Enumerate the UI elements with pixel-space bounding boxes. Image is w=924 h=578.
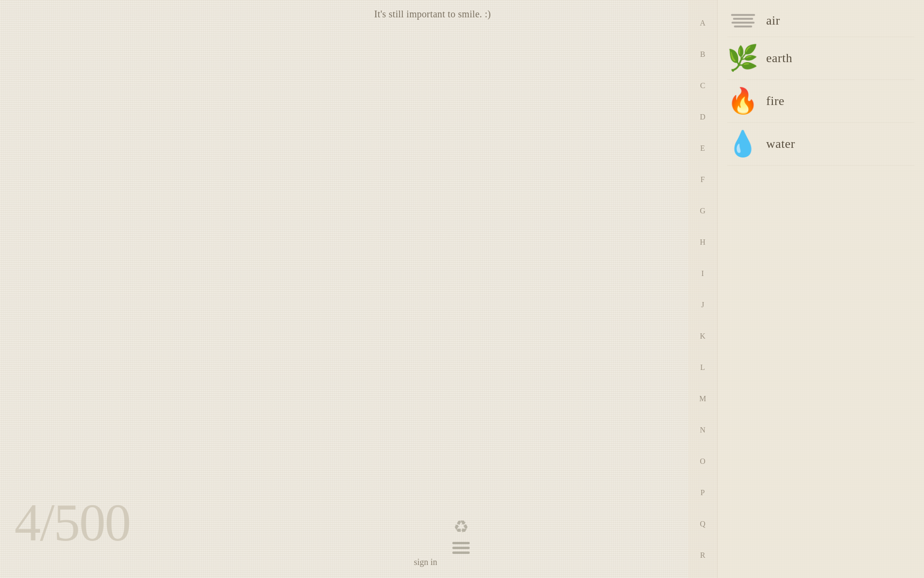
alpha-Q[interactable]: Q [700, 510, 706, 538]
alphabet-index: A B C D E F G H I J K L M N O P Q R [688, 0, 717, 578]
water-label: water [766, 137, 795, 151]
recycle-icon[interactable]: ♻ [453, 517, 469, 537]
alpha-C[interactable]: C [700, 71, 706, 100]
alpha-F[interactable]: F [701, 165, 705, 194]
air-line [734, 26, 752, 27]
menu-icon[interactable] [452, 542, 470, 554]
air-label: air [766, 13, 780, 28]
alpha-H[interactable]: H [700, 228, 706, 256]
alpha-E[interactable]: E [700, 134, 705, 162]
alpha-D[interactable]: D [700, 103, 706, 131]
alpha-K[interactable]: K [700, 322, 706, 350]
element-fire[interactable]: 🔥 fire [727, 80, 914, 123]
alpha-R[interactable]: R [700, 541, 706, 569]
air-line [732, 22, 755, 24]
element-earth[interactable]: 🌿 earth [727, 37, 914, 80]
main-content: It's still important to smile. :) 4/500 [0, 0, 510, 578]
menu-line-3 [452, 552, 470, 554]
element-counter: 4/500 [14, 496, 130, 549]
element-water[interactable]: 💧 water [727, 123, 914, 166]
alpha-M[interactable]: M [699, 384, 706, 413]
alpha-G[interactable]: G [700, 197, 706, 225]
alpha-A[interactable]: A [700, 9, 706, 37]
fire-icon: 🔥 [727, 89, 758, 114]
fire-label: fire [766, 94, 784, 108]
earth-icon: 🌿 [727, 46, 758, 71]
elements-panel: air 🌿 earth 🔥 fire 💧 water [717, 0, 924, 578]
alpha-J[interactable]: J [701, 290, 704, 319]
air-line [733, 18, 753, 20]
menu-line-1 [452, 542, 470, 544]
alpha-I[interactable]: I [701, 259, 704, 288]
alpha-P[interactable]: P [701, 478, 705, 507]
tagline-text: It's still important to smile. :) [374, 9, 491, 20]
alpha-L[interactable]: L [700, 353, 705, 381]
earth-label: earth [766, 51, 792, 66]
alpha-O[interactable]: O [700, 447, 706, 475]
bottom-actions: ♻ [452, 517, 470, 554]
element-air[interactable]: air [727, 5, 914, 37]
water-icon: 💧 [727, 131, 758, 157]
alpha-B[interactable]: B [700, 40, 706, 68]
alpha-N[interactable]: N [700, 416, 706, 444]
air-icon [727, 14, 758, 27]
air-line [731, 14, 755, 16]
menu-line-2 [452, 547, 470, 549]
